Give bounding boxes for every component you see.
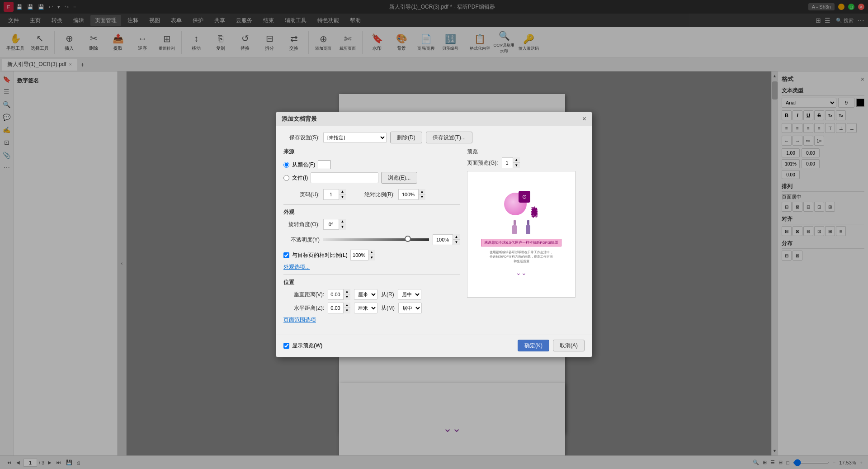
horiz-dist-up[interactable]: ▲ — [343, 303, 350, 308]
preview-sub: 使用福昕编辑器可以帮助在日常工作生活中，快速解决PDF文档方面的问题，提高工作方… — [490, 250, 553, 264]
dialog-overlay: 添加文档背景 × 保存设置(S): [未指定] 删除(D) 保存设置(T)...… — [0, 0, 868, 469]
cancel-btn[interactable]: 取消(A) — [553, 340, 585, 351]
preview-chevron: ⌄⌄ — [516, 269, 527, 276]
page-num-label: 页码(U): — [283, 191, 320, 199]
browse-btn[interactable]: 浏览(E)... — [381, 172, 417, 184]
rotation-down[interactable]: ▼ — [339, 224, 346, 230]
from-file-label: 文件(I) — [292, 174, 308, 182]
horiz-dist-down[interactable]: ▼ — [343, 308, 350, 313]
source-heading: 来源 — [283, 148, 460, 156]
rotation-spinner: ▲ ▼ — [323, 219, 346, 230]
preview-banner: 感谢您如全球6.5亿用户一样性福昕PDF编辑器 — [481, 239, 561, 246]
opacity-up[interactable]: ▲ — [453, 234, 460, 240]
confirm-btn[interactable]: 确定(K) — [518, 340, 549, 351]
scale-spinner: ▲ ▼ — [398, 189, 425, 200]
color-preview-box[interactable] — [318, 160, 330, 169]
rotation-spinner-btns: ▲ ▼ — [339, 219, 346, 230]
page-range-link-wrap: 页面范围选项 — [283, 316, 460, 324]
opacity-handle — [405, 236, 411, 242]
preview-content: ⊙ 欢迎来到福昕 — [476, 188, 566, 281]
page-num-down[interactable]: ▼ — [339, 194, 346, 200]
page-preview-spinner-btns: ▲ ▼ — [513, 157, 520, 168]
vert-from-label: 从(R) — [381, 291, 394, 298]
save-settings-label: 保存设置(S): — [283, 134, 320, 142]
page-preview-up[interactable]: ▲ — [513, 157, 520, 163]
prev-fig-l — [512, 220, 517, 234]
horiz-dist-spinner: ▲ ▼ — [328, 303, 350, 313]
vert-unit-select[interactable]: 厘米 — [354, 289, 377, 300]
horiz-unit-select[interactable]: 厘米 — [354, 303, 377, 313]
footer-left: 显示预览(W) — [283, 342, 322, 350]
target-scale-spinner-btns: ▲ ▼ — [368, 250, 375, 261]
target-scale-up[interactable]: ▲ — [368, 250, 375, 255]
vert-dist-up[interactable]: ▲ — [343, 289, 350, 294]
page-preview-down[interactable]: ▼ — [513, 163, 520, 168]
vert-distance-row: 垂直距离(V): ▲ ▼ 厘米 从(R) — [283, 289, 460, 300]
outer-heading: 外观 — [283, 208, 460, 216]
scale-spinner-btns: ▲ ▼ — [418, 189, 425, 200]
rotation-label: 旋转角度(O): — [283, 221, 320, 228]
rotation-up[interactable]: ▲ — [339, 219, 346, 224]
target-scale-spinner: ▲ ▼ — [350, 250, 375, 261]
delete-settings-btn[interactable]: 删除(D) — [390, 132, 422, 143]
rotation-row: 旋转角度(O): ▲ ▼ — [283, 219, 460, 230]
scale-up[interactable]: ▲ — [418, 189, 425, 194]
save-settings-btn[interactable]: 保存设置(T)... — [426, 132, 472, 143]
opacity-down[interactable]: ▼ — [453, 240, 460, 245]
prev-fig-r — [526, 220, 530, 234]
horiz-dist-spinner-btns: ▲ ▼ — [343, 303, 350, 313]
target-scale-down[interactable]: ▼ — [368, 255, 375, 261]
dialog-body: 保存设置(S): [未指定] 删除(D) 保存设置(T)... 来源 从颜色(F… — [276, 126, 592, 333]
target-scale-checkbox[interactable] — [283, 252, 289, 258]
horiz-distance-label: 水平距离(Z): — [283, 304, 324, 312]
preview-label: 预览 — [467, 148, 585, 156]
horiz-distance-row: 水平距离(Z): ▲ ▼ 厘米 从(M) — [283, 303, 460, 313]
scale-down[interactable]: ▼ — [418, 194, 425, 200]
divider-2 — [283, 275, 460, 275]
opacity-spinner: ▲ ▼ — [433, 234, 460, 245]
from-file-radio[interactable] — [283, 175, 289, 181]
save-settings-row: 保存设置(S): [未指定] 删除(D) 保存设置(T)... — [283, 132, 585, 143]
position-heading: 位置 — [283, 279, 460, 286]
from-color-radio[interactable] — [283, 162, 289, 168]
preview-col: 预览 页面预览(G): ▲ ▼ — [467, 148, 585, 327]
show-preview-checkbox[interactable] — [283, 343, 289, 349]
dialog-title-bar: 添加文档背景 × — [276, 112, 592, 126]
prev-head-r — [527, 220, 529, 225]
prev-head-l — [514, 220, 516, 225]
vert-dist-spinner: ▲ ▼ — [328, 289, 350, 300]
dialog-two-cols: 来源 从颜色(F) 文件(I) 浏览(E)... — [283, 148, 585, 327]
prev-body-r — [526, 225, 530, 234]
from-color-label: 从颜色(F) — [292, 161, 315, 169]
source-radio-group: 从颜色(F) 文件(I) 浏览(E)... — [283, 158, 460, 185]
divider-1 — [283, 204, 460, 205]
target-scale-row: 与目标页的相对比例(L) ▲ ▼ — [283, 250, 460, 261]
opacity-label: 不透明度(Y) — [283, 236, 320, 244]
page-scale-row: 页码(U): ▲ ▼ 绝对比例(B): ▲ — [283, 189, 460, 200]
horiz-align-select[interactable]: 居中 — [398, 303, 422, 313]
vert-distance-label: 垂直距离(V): — [283, 291, 324, 298]
preview-circle: ⊙ — [504, 193, 527, 215]
page-preview-row: 页面预览(G): ▲ ▼ — [467, 157, 585, 168]
opacity-spinner-btns: ▲ ▼ — [453, 234, 460, 245]
preview-logo-icon: ⊙ — [522, 194, 527, 200]
page-num-up[interactable]: ▲ — [339, 189, 346, 194]
opacity-track[interactable] — [323, 238, 429, 241]
dialog-close-btn[interactable]: × — [582, 115, 586, 123]
target-scale-label: 与目标页的相对比例(L) — [292, 251, 348, 259]
vert-dist-down[interactable]: ▼ — [343, 294, 350, 300]
prev-body-l — [512, 225, 517, 234]
horiz-from-label: 从(M) — [381, 304, 395, 312]
save-settings-select[interactable]: [未指定] — [323, 132, 387, 143]
from-color-row: 从颜色(F) — [283, 160, 460, 169]
footer-right: 确定(K) 取消(A) — [518, 340, 585, 351]
page-num-spinner-btns: ▲ ▼ — [339, 189, 346, 200]
opacity-row: 不透明度(Y) ▲ ▼ — [283, 234, 460, 245]
vert-align-select[interactable]: 居中 — [398, 289, 421, 300]
page-range-link[interactable]: 页面范围选项 — [283, 317, 316, 323]
file-path-input[interactable] — [311, 172, 378, 183]
dialog-footer: 显示预览(W) 确定(K) 取消(A) — [276, 335, 592, 357]
advanced-link[interactable]: 外观选项... — [283, 264, 310, 270]
preview-logo: ⊙ — [519, 191, 530, 203]
dialog-title: 添加文档背景 — [282, 115, 317, 123]
